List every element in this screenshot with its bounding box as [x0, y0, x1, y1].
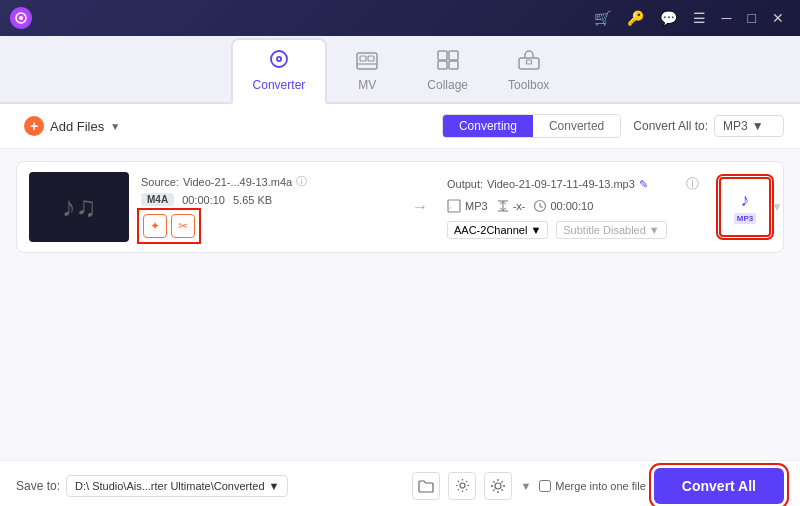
save-path-arrow: ▼: [269, 480, 280, 492]
format-dropdown-arrow: ▼: [752, 119, 764, 133]
tab-toolbox[interactable]: Toolbox: [488, 42, 569, 102]
output-duration-indicator: 00:00:10: [533, 199, 593, 213]
convert-all-format-value: MP3: [723, 119, 748, 133]
save-to-area: Save to: D:\ Studio\Ais...rter Ultimate\…: [16, 475, 404, 497]
output-preview-button[interactable]: ♪ MP3: [719, 177, 771, 237]
output-file-icon: ♪: [741, 190, 750, 211]
file-size: 5.65 KB: [233, 194, 272, 206]
tab-navigation: Converter MV Collage: [0, 36, 800, 104]
toolbar: + Add Files ▼ Converting Converted Conve…: [0, 104, 800, 149]
output-edit-icon[interactable]: ✎: [639, 178, 648, 191]
chat-icon[interactable]: 💬: [654, 8, 683, 28]
file-source-row: Source: Video-21-...49-13.m4a ⓘ: [141, 174, 393, 189]
svg-rect-10: [449, 51, 458, 60]
subtitle-arrow: ▼: [649, 224, 660, 236]
add-files-button[interactable]: + Add Files ▼: [16, 112, 128, 140]
svg-point-4: [278, 58, 280, 60]
converting-tab[interactable]: Converting: [443, 115, 533, 137]
tab-converter-label: Converter: [253, 78, 306, 92]
file-thumbnail: ♪♫: [29, 172, 129, 242]
file-actions: ✦ ✂: [141, 212, 393, 240]
gear-settings-button[interactable]: [484, 472, 512, 500]
tab-mv[interactable]: MV: [327, 44, 407, 102]
merge-checkbox[interactable]: [539, 480, 551, 492]
source-label: Source:: [141, 176, 179, 188]
save-to-label: Save to:: [16, 479, 60, 493]
svg-point-1: [19, 16, 23, 20]
tab-mv-label: MV: [358, 78, 376, 92]
toolbar-right: Converting Converted Convert All to: MP3…: [442, 114, 784, 138]
output-filename: Video-21-09-17-11-49-13.mp3: [487, 178, 635, 190]
output-format-label: MP3: [465, 200, 488, 212]
audio-channel-arrow: ▼: [530, 224, 541, 236]
add-files-dropdown-arrow: ▼: [110, 121, 120, 132]
source-filename: Video-21-...49-13.m4a: [183, 176, 292, 188]
file-duration: 00:00:10: [182, 194, 225, 206]
conversion-arrow: →: [405, 198, 435, 216]
close-icon[interactable]: ✕: [766, 8, 790, 28]
svg-text:♪: ♪: [449, 204, 452, 210]
save-path-text: D:\ Studio\Ais...rter Ultimate\Converted: [75, 480, 265, 492]
converted-tab[interactable]: Converted: [533, 115, 620, 137]
bottom-icons: ▼: [412, 472, 531, 500]
audio-channel-select[interactable]: AAC-2Channel ▼: [447, 221, 548, 239]
main-content: ♪♫ Source: Video-21-...49-13.m4a ⓘ M4A 0…: [0, 149, 800, 460]
save-path-select[interactable]: D:\ Studio\Ais...rter Ultimate\Converted…: [66, 475, 288, 497]
convert-all-button[interactable]: Convert All: [654, 468, 784, 504]
add-files-label: Add Files: [50, 119, 104, 134]
music-note-icon: ♪♫: [62, 191, 97, 223]
subtitle-value: Subtitle Disabled: [563, 224, 646, 236]
settings-dropdown-arrow[interactable]: ▼: [520, 480, 531, 492]
tab-collage[interactable]: Collage: [407, 42, 488, 102]
svg-point-24: [495, 483, 501, 489]
star-action-button[interactable]: ✦: [143, 214, 167, 238]
converter-tab-icon: [268, 48, 290, 75]
output-label: Output:: [447, 178, 483, 190]
svg-line-22: [540, 206, 543, 208]
output-format-indicator: ♪ MP3: [447, 199, 488, 213]
highlighted-action-buttons: ✦ ✂: [141, 212, 197, 240]
output-info-icon[interactable]: ⓘ: [686, 175, 699, 193]
convert-all-format-select[interactable]: MP3 ▼: [714, 115, 784, 137]
title-bar: 🛒 🔑 💬 ☰ ─ □ ✕: [0, 0, 800, 36]
file-meta-row: M4A 00:00:10 5.65 KB: [141, 193, 393, 206]
output-preview-container: ♪ MP3 ▼: [719, 177, 771, 237]
source-info-icon[interactable]: ⓘ: [296, 174, 307, 189]
subtitle-select[interactable]: Subtitle Disabled ▼: [556, 221, 666, 239]
cart-icon[interactable]: 🛒: [588, 8, 617, 28]
toolbox-tab-icon: [518, 50, 540, 75]
mv-tab-icon: [356, 52, 378, 75]
settings-icon-button[interactable]: [448, 472, 476, 500]
svg-rect-12: [449, 61, 458, 69]
tab-toolbox-label: Toolbox: [508, 78, 549, 92]
convert-all-to-area: Convert All to: MP3 ▼: [633, 115, 784, 137]
audio-channel-value: AAC-2Channel: [454, 224, 527, 236]
svg-point-23: [460, 483, 465, 488]
output-source-row: Output: Video-21-09-17-11-49-13.mp3 ✎ ⓘ: [447, 175, 699, 193]
minimize-icon[interactable]: ─: [716, 8, 738, 28]
file-format-badge: M4A: [141, 193, 174, 206]
tab-collage-label: Collage: [427, 78, 468, 92]
title-bar-left: [10, 7, 32, 29]
svg-rect-11: [438, 61, 447, 69]
output-controls-row: ♪ MP3 -x-: [447, 199, 699, 239]
svg-rect-6: [360, 56, 366, 61]
file-item: ♪♫ Source: Video-21-...49-13.m4a ⓘ M4A 0…: [16, 161, 784, 253]
collage-tab-icon: [437, 50, 459, 75]
key-icon[interactable]: 🔑: [621, 8, 650, 28]
menu-icon[interactable]: ☰: [687, 8, 712, 28]
output-size-indicator: -x-: [496, 199, 526, 213]
preview-dropdown-arrow[interactable]: ▼: [771, 200, 783, 214]
file-info: Source: Video-21-...49-13.m4a ⓘ M4A 00:0…: [141, 174, 393, 240]
restore-icon[interactable]: □: [742, 8, 762, 28]
folder-icon-button[interactable]: [412, 472, 440, 500]
output-size-value: -x-: [513, 200, 526, 212]
merge-checkbox-area: Merge into one file: [539, 480, 646, 492]
output-area: Output: Video-21-09-17-11-49-13.mp3 ✎ ⓘ …: [447, 175, 699, 239]
convert-all-to-label: Convert All to:: [633, 119, 708, 133]
cut-action-button[interactable]: ✂: [171, 214, 195, 238]
tab-converter[interactable]: Converter: [231, 38, 328, 104]
svg-rect-7: [368, 56, 374, 61]
plus-icon: +: [24, 116, 44, 136]
bottom-bar: Save to: D:\ Studio\Ais...rter Ultimate\…: [0, 460, 800, 506]
